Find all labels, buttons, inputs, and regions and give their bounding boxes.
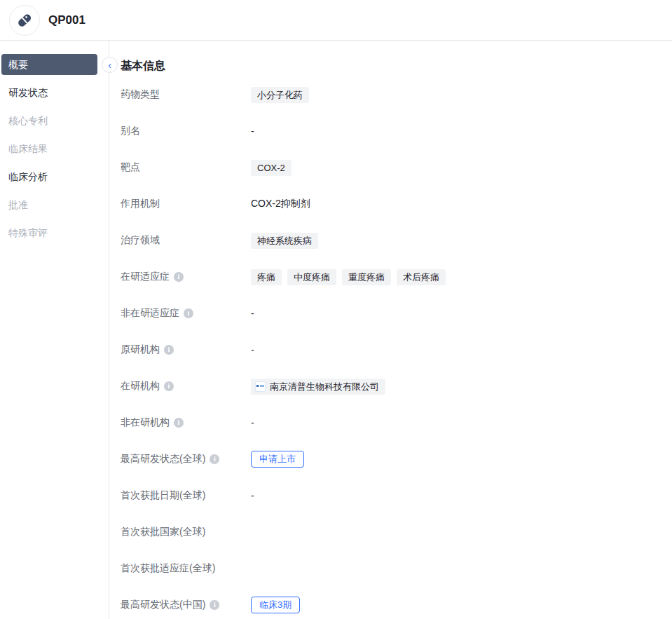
field-label-wrap: 最高研发状态(中国)i (121, 597, 251, 611)
drug-detail-page: QP001 概要研发状态核心专利临床结果临床分析批准特殊审评 ‹ 基本信息 药物… (0, 0, 672, 619)
field-label: 在研机构 (121, 380, 160, 393)
org-logo-icon (255, 381, 266, 392)
fields: 药物类型小分子化药别名-靶点COX-2作用机制COX-2抑制剂治疗领域神经系统疾… (121, 86, 658, 613)
field-row: 药物类型小分子化药 (121, 86, 658, 103)
field-row: 首次获批日期(全球)- (121, 487, 658, 504)
field-label: 最高研发状态(中国) (121, 599, 205, 611)
page-title: QP001 (48, 13, 85, 27)
value-tag[interactable]: 术后疼痛 (397, 269, 446, 285)
field-label-wrap: 治疗领域 (121, 232, 251, 247)
field-label-wrap: 在研机构i (121, 378, 251, 393)
field-row: 非在研适应症i- (121, 305, 658, 322)
field-value-text: COX-2抑制剂 (251, 198, 310, 210)
field-label-wrap: 作用机制 (121, 196, 251, 210)
field-row: 首次获批国家(全球) (121, 524, 658, 540)
org-name: 南京清普生物科技有限公司 (270, 381, 379, 393)
status-tag[interactable]: 申请上市 (251, 451, 304, 468)
field-label: 首次获批国家(全球) (121, 526, 205, 538)
sidebar-item[interactable]: 批准 (1, 194, 97, 215)
field-row: 别名- (121, 123, 658, 140)
field-label-wrap: 原研机构i (121, 341, 251, 356)
value-tag[interactable]: 重度疼痛 (342, 269, 391, 285)
field-row: 首次获批适应症(全球) (121, 560, 658, 577)
field-value-text: - (251, 125, 254, 137)
info-icon[interactable]: i (210, 454, 219, 464)
field-row: 治疗领域神经系统疾病 (121, 232, 658, 249)
field-label: 在研适应症 (121, 271, 170, 283)
chevron-left-icon: ‹ (108, 60, 111, 71)
field-label-wrap: 最高研发状态(全球)i (121, 451, 251, 465)
info-icon[interactable]: i (174, 418, 184, 428)
status-tag[interactable]: 临床3期 (251, 597, 300, 613)
field-label: 别名 (121, 125, 140, 137)
field-label-wrap: 非在研机构i (121, 414, 251, 429)
value-tag[interactable]: 小分子化药 (251, 87, 309, 103)
field-value: - (251, 487, 254, 504)
value-tag[interactable]: 神经系统疾病 (251, 233, 318, 249)
field-label: 非在研适应症 (121, 307, 179, 320)
field-value: 小分子化药 (251, 86, 309, 103)
field-label: 作用机制 (121, 198, 160, 210)
field-value: - (251, 414, 254, 431)
field-label-wrap: 首次获批国家(全球) (121, 524, 251, 538)
value-tag[interactable]: 中度疼痛 (287, 269, 336, 285)
info-icon[interactable]: i (164, 381, 174, 391)
field-value: - (251, 341, 254, 358)
field-label: 首次获批适应症(全球) (121, 562, 215, 575)
field-label-wrap: 非在研适应症i (121, 305, 251, 320)
field-label: 最高研发状态(全球) (121, 453, 205, 465)
sidebar-item[interactable]: 核心专利 (1, 110, 97, 131)
value-tag[interactable]: 疼痛 (251, 269, 282, 285)
info-icon[interactable]: i (210, 600, 219, 610)
info-icon[interactable]: i (164, 345, 174, 355)
section-title: 基本信息 (121, 59, 658, 72)
drug-avatar (9, 5, 40, 36)
sidebar-item[interactable]: 临床分析 (1, 166, 97, 187)
sidebar-item[interactable]: 研发状态 (1, 82, 97, 103)
field-value: COX-2抑制剂 (251, 196, 310, 212)
field-value: COX-2 (251, 159, 292, 176)
sidebar-item[interactable]: 概要 (1, 54, 97, 75)
field-row: 靶点COX-2 (121, 159, 658, 176)
field-label-wrap: 靶点 (121, 159, 251, 174)
info-icon[interactable]: i (184, 308, 193, 318)
field-value: - (251, 123, 254, 140)
field-value: 神经系统疾病 (251, 232, 318, 249)
field-label-wrap: 在研适应症i (121, 268, 251, 283)
content-panel: 基本信息 药物类型小分子化药别名-靶点COX-2作用机制COX-2抑制剂治疗领域… (109, 41, 672, 619)
field-value-text: - (251, 417, 254, 428)
field-label: 首次获批日期(全球) (121, 489, 205, 502)
top-header: QP001 (0, 0, 672, 41)
field-label-wrap: 药物类型 (121, 86, 251, 101)
sidebar-collapse-button[interactable]: ‹ (102, 57, 118, 73)
field-row: 最高研发状态(全球)i申请上市 (121, 451, 658, 468)
field-label-wrap: 首次获批日期(全球) (121, 487, 251, 502)
field-value-text: - (251, 308, 254, 319)
field-row: 作用机制COX-2抑制剂 (121, 196, 658, 212)
field-label-wrap: 首次获批适应症(全球) (121, 560, 251, 575)
info-icon[interactable]: i (174, 272, 184, 282)
field-value: 南京清普生物科技有限公司 (251, 378, 385, 395)
field-row: 最高研发状态(中国)i临床3期 (121, 597, 658, 613)
field-value: 临床3期 (251, 597, 300, 613)
org-tag[interactable]: 南京清普生物科技有限公司 (251, 379, 385, 395)
capsule-icon (15, 11, 34, 29)
field-label: 靶点 (121, 161, 140, 174)
field-label: 原研机构 (121, 343, 160, 356)
field-value: - (251, 305, 254, 322)
field-label: 非在研机构 (121, 416, 170, 429)
field-label-wrap: 别名 (121, 123, 251, 137)
field-value: 申请上市 (251, 451, 304, 468)
field-row: 非在研机构i- (121, 414, 658, 431)
sidebar-item[interactable]: 临床结果 (1, 138, 97, 159)
field-value-text: - (251, 490, 254, 501)
sidebar-item[interactable]: 特殊审评 (1, 222, 97, 243)
field-row: 原研机构i- (121, 341, 658, 358)
field-value: 疼痛中度疼痛重度疼痛术后疼痛 (251, 268, 446, 285)
field-value-text: - (251, 344, 254, 355)
field-row: 在研适应症i疼痛中度疼痛重度疼痛术后疼痛 (121, 268, 658, 285)
value-tag[interactable]: COX-2 (251, 160, 292, 176)
field-label: 药物类型 (121, 88, 160, 101)
field-row: 在研机构i南京清普生物科技有限公司 (121, 378, 658, 395)
field-label: 治疗领域 (121, 234, 160, 247)
